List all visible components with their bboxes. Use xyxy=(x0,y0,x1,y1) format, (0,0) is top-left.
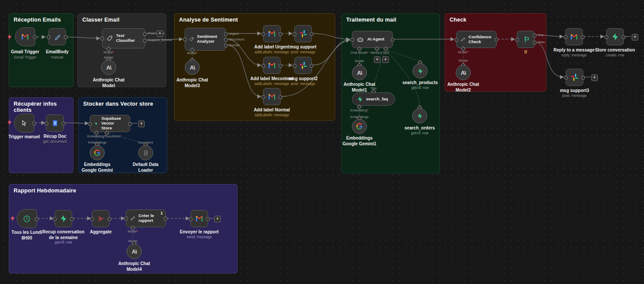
group-title: Classer Email xyxy=(82,17,120,23)
node-anthropic-chat-model3[interactable]: A\ xyxy=(185,60,200,75)
add-node-button[interactable]: + xyxy=(632,34,638,41)
output-label-false: false xyxy=(538,40,545,44)
node-sublabel: post: message xyxy=(555,93,594,98)
link-icon xyxy=(461,36,465,43)
node-label: Recup conversation de la semaine xyxy=(40,229,86,240)
node-if[interactable] xyxy=(517,31,535,48)
node-add-label-mecontent[interactable] xyxy=(263,57,281,74)
port-label-model: Model* xyxy=(179,51,205,55)
port-label-embedding: Embedding* xyxy=(346,108,373,112)
node-aggregate[interactable] xyxy=(92,210,110,227)
node-anthropic-chat-model4[interactable]: A\ xyxy=(127,244,142,259)
aggregate-icon xyxy=(97,214,105,223)
node-label: Anthropic Chat Model2 xyxy=(443,82,483,93)
node-default-data-loader[interactable] xyxy=(138,145,153,160)
node-sentiment-analyzer[interactable]: Sentiment Analyzer xyxy=(185,28,226,51)
node-anthropic-chat-model2[interactable]: A\ xyxy=(456,65,471,80)
add-node-button[interactable]: + xyxy=(157,30,163,37)
node-anthropic-chat-model1[interactable]: A\ xyxy=(352,65,367,80)
group-title: Analyse de Sentiment xyxy=(179,17,238,23)
node-msg-support3[interactable] xyxy=(566,69,583,86)
anthropic-icon: A\ xyxy=(461,70,466,76)
gmail-icon xyxy=(267,92,276,101)
node-creer-le-rapport[interactable]: Créer le rapport 1 xyxy=(126,210,166,227)
node-reply-to-message[interactable] xyxy=(565,28,583,45)
output-port xyxy=(224,38,228,42)
output-port xyxy=(224,32,228,36)
node-recup-conversation[interactable] xyxy=(55,210,72,227)
port-label-model: Model* xyxy=(120,229,146,233)
node-search-products[interactable] xyxy=(413,63,428,78)
anthropic-icon: A\ xyxy=(106,64,111,71)
node-label: msg support xyxy=(283,44,323,50)
node-sublabel: post: message xyxy=(283,81,323,86)
add-node-button[interactable]: + xyxy=(591,74,598,81)
node-recup-doc[interactable] xyxy=(46,114,64,132)
node-label: Store conversation xyxy=(594,48,636,53)
group-classer-email: Classer Email xyxy=(77,13,166,87)
node-title: search_faq xyxy=(366,97,388,102)
add-node-button[interactable]: + xyxy=(138,121,145,127)
node-add-label-normal[interactable] xyxy=(263,88,281,105)
node-sublabel: reply: message xyxy=(553,53,595,57)
node-tous-les-lundi[interactable] xyxy=(17,209,37,228)
node-label: EmailBody xyxy=(37,49,77,55)
gmail-icon xyxy=(195,214,204,223)
node-store-conversation[interactable] xyxy=(606,28,624,45)
group-title: Rapport Hebdomadaire xyxy=(14,188,76,194)
port-label-tool: Tool xyxy=(383,51,389,55)
group-title: Check xyxy=(450,17,467,23)
gmail-icon xyxy=(267,30,276,38)
node-embeddings-google-gemini1[interactable] xyxy=(352,119,367,134)
group-rapport-hebdo: Rapport Hebdomadaire xyxy=(9,184,238,273)
node-envoyer-le-rapport[interactable] xyxy=(190,210,208,227)
clock-icon xyxy=(22,214,31,223)
add-tool-button[interactable]: + xyxy=(382,56,389,63)
node-title: Créer le rapport xyxy=(139,214,161,223)
node-label: search_products xyxy=(400,80,440,86)
output-label-support-service: Support_Service xyxy=(148,38,172,42)
node-msg-support[interactable] xyxy=(294,25,312,42)
node-title: AI Agent xyxy=(367,37,384,42)
node-gmail-trigger[interactable] xyxy=(15,27,35,46)
node-emailbody[interactable] xyxy=(48,28,66,45)
node-add-label-urgent[interactable] xyxy=(263,25,281,42)
tag-icon xyxy=(106,35,113,42)
gmail-icon xyxy=(267,61,276,70)
node-label: Anthropic Chat Model xyxy=(91,77,126,89)
node-sublabel: post: message xyxy=(283,50,323,54)
node-search-orders[interactable] xyxy=(412,108,427,123)
slack-icon xyxy=(299,30,307,38)
add-memory-button[interactable]: + xyxy=(374,56,381,63)
robot-icon xyxy=(356,36,364,44)
anthropic-icon: A\ xyxy=(190,64,195,71)
google-icon xyxy=(356,123,363,130)
supabase-icon xyxy=(357,96,363,103)
node-trigger-manuel[interactable] xyxy=(14,114,34,133)
trigger-bolt-icon xyxy=(7,119,12,125)
google-icon xyxy=(94,149,101,156)
node-sublabel: get: document xyxy=(35,139,75,144)
trigger-bolt-icon xyxy=(11,215,15,221)
node-search-faq[interactable]: search_faq xyxy=(352,92,395,106)
node-msg-support2[interactable] xyxy=(294,57,312,74)
gmail-icon xyxy=(21,33,29,41)
output-label-true: true xyxy=(538,33,544,37)
node-ai-agent[interactable]: AI Agent xyxy=(352,31,393,48)
node-supabase-vector-store[interactable]: Supabase Vector Store xyxy=(90,115,130,132)
node-confidence-check[interactable]: Confidence Check xyxy=(456,31,497,48)
node-sublabel: getAll: row xyxy=(400,131,439,135)
node-anthropic-chat-model[interactable]: A\ xyxy=(101,60,116,75)
output-port-false xyxy=(533,41,537,44)
node-embeddings-google-gemini[interactable] xyxy=(90,145,105,160)
pencil-icon xyxy=(53,33,62,41)
node-sublabel: manual xyxy=(37,55,77,59)
node-label: msg support3 xyxy=(555,88,594,94)
output-label-urgent: Urgent xyxy=(229,32,239,36)
node-label: Default Data Loader xyxy=(125,162,166,173)
node-label: Add label Normal xyxy=(252,107,292,113)
add-node-button[interactable]: + xyxy=(214,216,221,222)
node-text-classifier[interactable]: Text Classifier xyxy=(102,28,145,48)
workflow-canvas[interactable]: Réception Emails Classer Email Analyse d… xyxy=(0,0,644,284)
output-port xyxy=(143,32,147,36)
